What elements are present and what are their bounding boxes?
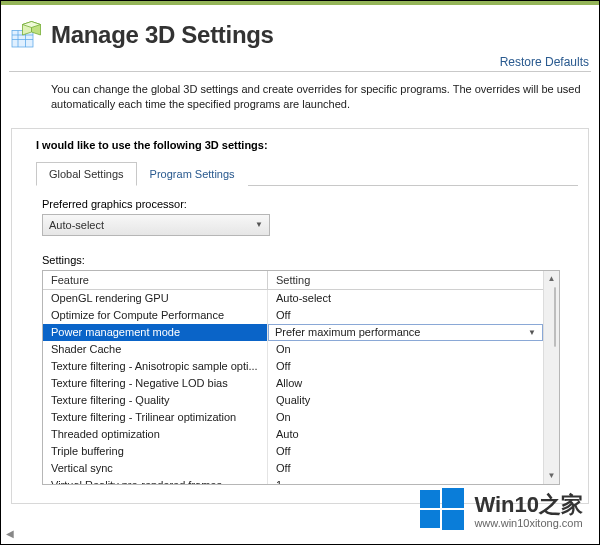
setting-cell: Off <box>268 307 543 324</box>
setting-select[interactable]: Prefer maximum performance▼ <box>268 324 543 341</box>
settings-panel: I would like to use the following 3D set… <box>11 128 589 504</box>
feature-cell: Vertical sync <box>43 460 268 477</box>
gpu-select-value: Auto-select <box>49 219 104 231</box>
gpu-select[interactable]: Auto-select ▼ <box>42 214 270 236</box>
setting-cell: Auto-select <box>268 290 543 307</box>
scroll-down-icon[interactable]: ▼ <box>544 468 559 484</box>
table-row[interactable]: Optimize for Compute PerformanceOff <box>43 307 543 324</box>
panel-heading: I would like to use the following 3D set… <box>36 139 578 161</box>
scrollbar[interactable]: ▲ ▼ <box>543 271 559 484</box>
table-row[interactable]: Texture filtering - Anisotropic sample o… <box>43 358 543 375</box>
scroll-up-icon[interactable]: ▲ <box>544 271 559 287</box>
watermark-url: www.win10xitong.com <box>474 518 583 529</box>
setting-cell: Off <box>268 460 543 477</box>
setting-cell: Allow <box>268 375 543 392</box>
svg-rect-10 <box>420 510 440 528</box>
setting-select-value: Prefer maximum performance <box>275 324 421 341</box>
column-feature[interactable]: Feature <box>43 271 268 289</box>
feature-cell: Texture filtering - Trilinear optimizati… <box>43 409 268 426</box>
table-row[interactable]: Threaded optimizationAuto <box>43 426 543 443</box>
intro-text: You can change the global 3D settings an… <box>1 72 599 118</box>
setting-cell: Off <box>268 443 543 460</box>
watermark: Win10之家 www.win10xitong.com <box>418 486 583 536</box>
feature-cell: Texture filtering - Negative LOD bias <box>43 375 268 392</box>
table-row[interactable]: Shader CacheOn <box>43 341 543 358</box>
watermark-title: Win10之家 <box>474 494 583 516</box>
windows-logo-icon <box>418 486 466 536</box>
setting-cell: 1 <box>268 477 543 484</box>
gpu-label: Preferred graphics processor: <box>42 198 566 210</box>
svg-rect-11 <box>442 510 464 530</box>
tab-global-settings[interactable]: Global Settings <box>36 162 137 186</box>
setting-cell: On <box>268 409 543 426</box>
feature-cell: Texture filtering - Anisotropic sample o… <box>43 358 268 375</box>
tab-bar: Global Settings Program Settings <box>36 161 578 186</box>
column-setting[interactable]: Setting <box>268 271 543 289</box>
svg-rect-8 <box>420 490 440 508</box>
page-title: Manage 3D Settings <box>51 21 274 49</box>
table-row[interactable]: Vertical syncOff <box>43 460 543 477</box>
table-row[interactable]: OpenGL rendering GPUAuto-select <box>43 290 543 307</box>
scroll-left-button[interactable]: ◀ <box>3 526 17 540</box>
restore-defaults-link[interactable]: Restore Defaults <box>500 55 589 69</box>
manage-3d-icon <box>7 15 47 55</box>
chevron-down-icon: ▼ <box>528 324 536 341</box>
setting-cell[interactable]: Prefer maximum performance▼ <box>268 324 543 341</box>
setting-cell: Quality <box>268 392 543 409</box>
settings-grid: Feature Setting OpenGL rendering GPUAuto… <box>42 270 560 485</box>
tab-program-settings[interactable]: Program Settings <box>137 162 248 186</box>
table-row[interactable]: Texture filtering - Negative LOD biasAll… <box>43 375 543 392</box>
feature-cell: Power management mode <box>43 324 268 341</box>
feature-cell: Texture filtering - Quality <box>43 392 268 409</box>
feature-cell: OpenGL rendering GPU <box>43 290 268 307</box>
table-row[interactable]: Texture filtering - QualityQuality <box>43 392 543 409</box>
feature-cell: Virtual Reality pre-rendered frames <box>43 477 268 484</box>
table-row[interactable]: Texture filtering - Trilinear optimizati… <box>43 409 543 426</box>
feature-cell: Triple buffering <box>43 443 268 460</box>
settings-label: Settings: <box>42 254 566 266</box>
table-row[interactable]: Virtual Reality pre-rendered frames1 <box>43 477 543 484</box>
svg-rect-9 <box>442 488 464 508</box>
setting-cell: Auto <box>268 426 543 443</box>
scroll-thumb[interactable] <box>554 287 556 347</box>
feature-cell: Shader Cache <box>43 341 268 358</box>
chevron-down-icon: ▼ <box>255 220 263 229</box>
table-row[interactable]: Power management modePrefer maximum perf… <box>43 324 543 341</box>
setting-cell: On <box>268 341 543 358</box>
setting-cell: Off <box>268 358 543 375</box>
feature-cell: Threaded optimization <box>43 426 268 443</box>
table-row[interactable]: Triple bufferingOff <box>43 443 543 460</box>
feature-cell: Optimize for Compute Performance <box>43 307 268 324</box>
